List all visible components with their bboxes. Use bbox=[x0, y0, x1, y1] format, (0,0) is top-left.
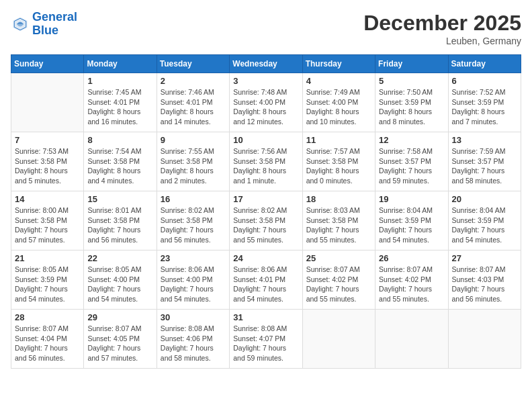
day-info: Sunrise: 8:06 AM Sunset: 4:01 PM Dayligh… bbox=[233, 265, 298, 304]
day-number: 26 bbox=[379, 253, 444, 263]
calendar-cell: 2Sunrise: 7:46 AM Sunset: 4:01 PM Daylig… bbox=[157, 73, 229, 132]
page-header: General Blue December 2025 Leuben, Germa… bbox=[11, 11, 521, 46]
day-number: 20 bbox=[452, 194, 517, 204]
calendar-cell: 1Sunrise: 7:45 AM Sunset: 4:01 PM Daylig… bbox=[84, 73, 157, 132]
day-info: Sunrise: 7:55 AM Sunset: 3:58 PM Dayligh… bbox=[161, 146, 226, 186]
calendar-cell: 24Sunrise: 8:06 AM Sunset: 4:01 PM Dayli… bbox=[230, 250, 302, 310]
calendar-cell: 10Sunrise: 7:56 AM Sunset: 3:58 PM Dayli… bbox=[230, 132, 302, 191]
calendar-table: SundayMondayTuesdayWednesdayThursdayFrid… bbox=[11, 54, 521, 369]
calendar-cell: 17Sunrise: 8:02 AM Sunset: 3:58 PM Dayli… bbox=[230, 191, 302, 250]
day-info: Sunrise: 8:04 AM Sunset: 3:59 PM Dayligh… bbox=[379, 205, 444, 245]
calendar-cell: 15Sunrise: 8:01 AM Sunset: 3:58 PM Dayli… bbox=[84, 191, 157, 250]
calendar-cell: 21Sunrise: 8:05 AM Sunset: 3:59 PM Dayli… bbox=[11, 250, 84, 310]
week-row-1: 1Sunrise: 7:45 AM Sunset: 4:01 PM Daylig… bbox=[11, 73, 521, 132]
day-number: 16 bbox=[161, 194, 226, 204]
logo-icon bbox=[11, 15, 30, 34]
day-number: 9 bbox=[161, 135, 226, 145]
calendar-cell: 5Sunrise: 7:50 AM Sunset: 3:59 PM Daylig… bbox=[375, 73, 448, 132]
calendar-cell: 27Sunrise: 8:07 AM Sunset: 4:03 PM Dayli… bbox=[448, 250, 521, 310]
day-number: 1 bbox=[87, 76, 152, 86]
logo-text: General Blue bbox=[32, 11, 77, 38]
calendar-cell: 31Sunrise: 8:08 AM Sunset: 4:07 PM Dayli… bbox=[230, 310, 302, 369]
day-info: Sunrise: 7:58 AM Sunset: 3:57 PM Dayligh… bbox=[379, 146, 444, 186]
day-info: Sunrise: 8:05 AM Sunset: 4:00 PM Dayligh… bbox=[87, 265, 152, 304]
calendar-cell: 9Sunrise: 7:55 AM Sunset: 3:58 PM Daylig… bbox=[157, 132, 229, 191]
day-number: 29 bbox=[87, 312, 152, 322]
day-info: Sunrise: 8:02 AM Sunset: 3:58 PM Dayligh… bbox=[233, 205, 298, 245]
day-info: Sunrise: 7:52 AM Sunset: 3:59 PM Dayligh… bbox=[452, 87, 517, 127]
calendar-cell bbox=[11, 73, 84, 132]
day-info: Sunrise: 8:07 AM Sunset: 4:02 PM Dayligh… bbox=[306, 265, 371, 304]
day-header-tuesday: Tuesday bbox=[157, 55, 229, 73]
calendar-cell: 14Sunrise: 8:00 AM Sunset: 3:58 PM Dayli… bbox=[11, 191, 84, 250]
day-number: 24 bbox=[233, 253, 298, 263]
day-number: 30 bbox=[161, 312, 226, 322]
day-header-friday: Friday bbox=[375, 55, 448, 73]
day-info: Sunrise: 8:01 AM Sunset: 3:58 PM Dayligh… bbox=[87, 205, 152, 245]
day-number: 17 bbox=[233, 194, 298, 204]
title-block: December 2025 Leuben, Germany bbox=[363, 11, 521, 46]
day-number: 31 bbox=[233, 312, 298, 322]
day-info: Sunrise: 7:56 AM Sunset: 3:58 PM Dayligh… bbox=[233, 146, 298, 186]
day-number: 28 bbox=[15, 312, 80, 322]
day-number: 8 bbox=[87, 135, 152, 145]
calendar-cell: 19Sunrise: 8:04 AM Sunset: 3:59 PM Dayli… bbox=[375, 191, 448, 250]
day-info: Sunrise: 8:06 AM Sunset: 4:00 PM Dayligh… bbox=[161, 265, 226, 304]
day-info: Sunrise: 8:02 AM Sunset: 3:58 PM Dayligh… bbox=[161, 205, 226, 245]
day-info: Sunrise: 7:45 AM Sunset: 4:01 PM Dayligh… bbox=[87, 87, 152, 127]
day-info: Sunrise: 8:04 AM Sunset: 3:59 PM Dayligh… bbox=[452, 205, 517, 245]
calendar-cell: 6Sunrise: 7:52 AM Sunset: 3:59 PM Daylig… bbox=[448, 73, 521, 132]
day-info: Sunrise: 7:59 AM Sunset: 3:57 PM Dayligh… bbox=[452, 146, 517, 186]
day-number: 10 bbox=[233, 135, 298, 145]
calendar-cell: 13Sunrise: 7:59 AM Sunset: 3:57 PM Dayli… bbox=[448, 132, 521, 191]
day-info: Sunrise: 8:03 AM Sunset: 3:58 PM Dayligh… bbox=[306, 205, 371, 245]
calendar-cell: 12Sunrise: 7:58 AM Sunset: 3:57 PM Dayli… bbox=[375, 132, 448, 191]
day-number: 23 bbox=[161, 253, 226, 263]
day-number: 27 bbox=[452, 253, 517, 263]
calendar-cell: 30Sunrise: 8:08 AM Sunset: 4:06 PM Dayli… bbox=[157, 310, 229, 369]
calendar-cell: 11Sunrise: 7:57 AM Sunset: 3:58 PM Dayli… bbox=[302, 132, 375, 191]
location: Leuben, Germany bbox=[363, 36, 521, 46]
week-row-3: 14Sunrise: 8:00 AM Sunset: 3:58 PM Dayli… bbox=[11, 191, 521, 250]
day-info: Sunrise: 7:54 AM Sunset: 3:58 PM Dayligh… bbox=[87, 146, 152, 186]
day-info: Sunrise: 7:49 AM Sunset: 4:00 PM Dayligh… bbox=[306, 87, 371, 127]
day-number: 6 bbox=[452, 76, 517, 86]
day-info: Sunrise: 8:05 AM Sunset: 3:59 PM Dayligh… bbox=[15, 265, 80, 304]
calendar-cell: 23Sunrise: 8:06 AM Sunset: 4:00 PM Dayli… bbox=[157, 250, 229, 310]
calendar-cell: 3Sunrise: 7:48 AM Sunset: 4:00 PM Daylig… bbox=[230, 73, 302, 132]
day-info: Sunrise: 7:46 AM Sunset: 4:01 PM Dayligh… bbox=[161, 87, 226, 127]
day-number: 25 bbox=[306, 253, 371, 263]
day-number: 5 bbox=[379, 76, 444, 86]
week-row-2: 7Sunrise: 7:53 AM Sunset: 3:58 PM Daylig… bbox=[11, 132, 521, 191]
calendar-cell: 25Sunrise: 8:07 AM Sunset: 4:02 PM Dayli… bbox=[302, 250, 375, 310]
day-number: 21 bbox=[15, 253, 80, 263]
calendar-cell: 29Sunrise: 8:07 AM Sunset: 4:05 PM Dayli… bbox=[84, 310, 157, 369]
day-info: Sunrise: 7:48 AM Sunset: 4:00 PM Dayligh… bbox=[233, 87, 298, 127]
day-number: 22 bbox=[87, 253, 152, 263]
day-info: Sunrise: 8:08 AM Sunset: 4:07 PM Dayligh… bbox=[233, 324, 298, 363]
day-info: Sunrise: 8:07 AM Sunset: 4:03 PM Dayligh… bbox=[452, 265, 517, 304]
day-number: 18 bbox=[306, 194, 371, 204]
day-info: Sunrise: 8:07 AM Sunset: 4:02 PM Dayligh… bbox=[379, 265, 444, 304]
day-info: Sunrise: 8:00 AM Sunset: 3:58 PM Dayligh… bbox=[15, 205, 80, 245]
calendar-cell: 26Sunrise: 8:07 AM Sunset: 4:02 PM Dayli… bbox=[375, 250, 448, 310]
day-number: 3 bbox=[233, 76, 298, 86]
day-info: Sunrise: 8:07 AM Sunset: 4:05 PM Dayligh… bbox=[87, 324, 152, 363]
calendar-cell: 20Sunrise: 8:04 AM Sunset: 3:59 PM Dayli… bbox=[448, 191, 521, 250]
calendar-cell bbox=[302, 310, 375, 369]
calendar-cell: 28Sunrise: 8:07 AM Sunset: 4:04 PM Dayli… bbox=[11, 310, 84, 369]
day-header-thursday: Thursday bbox=[302, 55, 375, 73]
month-title: December 2025 bbox=[363, 11, 521, 36]
day-number: 4 bbox=[306, 76, 371, 86]
calendar-cell: 7Sunrise: 7:53 AM Sunset: 3:58 PM Daylig… bbox=[11, 132, 84, 191]
calendar-cell: 8Sunrise: 7:54 AM Sunset: 3:58 PM Daylig… bbox=[84, 132, 157, 191]
week-row-4: 21Sunrise: 8:05 AM Sunset: 3:59 PM Dayli… bbox=[11, 250, 521, 310]
calendar-cell: 16Sunrise: 8:02 AM Sunset: 3:58 PM Dayli… bbox=[157, 191, 229, 250]
day-info: Sunrise: 8:08 AM Sunset: 4:06 PM Dayligh… bbox=[161, 324, 226, 363]
day-number: 12 bbox=[379, 135, 444, 145]
day-number: 13 bbox=[452, 135, 517, 145]
day-number: 11 bbox=[306, 135, 371, 145]
day-header-wednesday: Wednesday bbox=[230, 55, 302, 73]
day-info: Sunrise: 7:50 AM Sunset: 3:59 PM Dayligh… bbox=[379, 87, 444, 127]
day-number: 15 bbox=[87, 194, 152, 204]
